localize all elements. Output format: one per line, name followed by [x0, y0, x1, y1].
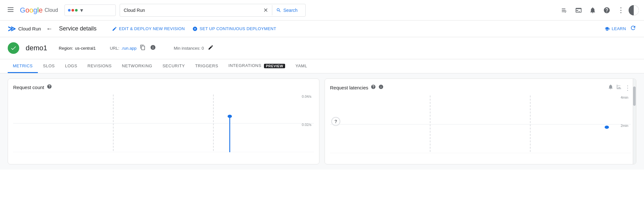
chart-more-button[interactable]: ⋮ — [624, 84, 631, 92]
main-content: Request count 0.04/s 0.02/s — [0, 73, 644, 170]
continuous-deploy-icon — [192, 26, 198, 31]
search-button[interactable]: Search — [272, 5, 301, 15]
request-count-title: Request count — [13, 85, 44, 90]
request-latencies-info-button[interactable] — [378, 84, 384, 91]
breadcrumb-bar: ≫ Cloud Run ← Service details EDIT & DEP… — [0, 21, 644, 37]
y-label-mid: 0.02/s — [302, 123, 311, 127]
edit-notes-button[interactable] — [558, 4, 571, 17]
tab-security[interactable]: SECURITY — [157, 60, 190, 73]
checkmark-icon — [10, 45, 17, 51]
learn-button[interactable]: LEARN — [605, 26, 626, 31]
hamburger-menu-button[interactable] — [5, 5, 16, 15]
scrollbar[interactable] — [633, 79, 636, 164]
edit-pencil-icon — [208, 45, 214, 50]
top-navigation: Google Cloud ▾ ✕ Search — [0, 0, 644, 21]
page-title: Service details — [59, 25, 97, 32]
edit-deploy-button[interactable]: EDIT & DEPLOY NEW REVISION — [112, 26, 185, 31]
tab-triggers-label: TRIGGERS — [195, 63, 218, 68]
tab-triggers[interactable]: TRIGGERS — [190, 60, 223, 73]
terminal-button[interactable] — [572, 4, 585, 17]
tab-revisions[interactable]: REVISIONS — [82, 60, 117, 73]
svg-point-13 — [605, 126, 609, 129]
y-label-top: 0.04/s — [302, 95, 311, 98]
tab-slos[interactable]: SLOS — [38, 60, 60, 73]
copy-url-button[interactable] — [139, 43, 147, 53]
tab-integrations[interactable]: INTEGRATIONS PREVIEW — [223, 59, 290, 73]
logo-cloud-text: Cloud — [45, 7, 58, 13]
edit-icon — [112, 26, 117, 31]
tabs-bar: METRICS SLOS LOGS REVISIONS NETWORKING S… — [0, 59, 644, 73]
dot-blue — [68, 9, 71, 12]
svg-rect-1 — [8, 9, 13, 10]
hamburger-icon — [8, 7, 13, 12]
alert-chart-button[interactable] — [608, 84, 614, 91]
request-latencies-title: Request latencies — [330, 85, 368, 90]
user-avatar[interactable] — [629, 5, 639, 15]
service-url-link[interactable]: .run.app — [121, 46, 137, 51]
search-clear-button[interactable]: ✕ — [262, 5, 269, 15]
latencies-info-icon — [378, 84, 384, 89]
request-count-panel: Request count 0.04/s 0.02/s — [8, 79, 319, 164]
svg-rect-0 — [8, 7, 13, 8]
tab-networking[interactable]: NETWORKING — [117, 60, 157, 73]
breadcrumb-actions: EDIT & DEPLOY NEW REVISION SET UP CONTIN… — [112, 26, 276, 31]
request-latencies-svg — [330, 95, 631, 153]
tab-metrics-label: METRICS — [13, 63, 33, 68]
region-value: us-central1 — [75, 46, 96, 51]
cloud-run-home-link[interactable]: ≫ Cloud Run — [8, 24, 41, 33]
instances-section: Min instances: 0 — [174, 43, 215, 53]
alert-bell-icon — [608, 84, 614, 90]
service-region: Region: us-central1 — [59, 46, 96, 51]
notifications-button[interactable] — [586, 4, 599, 17]
svg-rect-2 — [8, 11, 13, 12]
help-button[interactable] — [600, 4, 613, 17]
scrollbar-thumb — [633, 87, 636, 106]
cloud-run-label: Cloud Run — [18, 26, 41, 31]
logo-g2: g — [33, 6, 37, 14]
learn-icon — [605, 26, 610, 31]
help-icon — [603, 7, 610, 14]
bell-icon — [589, 7, 596, 14]
terminal-icon — [575, 7, 582, 14]
request-latencies-panel: Request latencies — [325, 79, 636, 164]
tab-logs[interactable]: LOGS — [60, 60, 82, 73]
url-info-button[interactable] — [149, 43, 157, 53]
chart-type-icon — [616, 84, 622, 90]
search-input[interactable] — [124, 8, 262, 13]
info-circle-icon — [150, 45, 156, 50]
refresh-icon — [630, 25, 636, 31]
nav-icons: ⋮ — [558, 4, 639, 17]
continuous-deploy-button[interactable]: SET UP CONTINUOUS DEPLOYMENT — [192, 26, 276, 31]
search-button-label: Search — [283, 8, 297, 13]
chart-header-right: ⋮ — [608, 84, 631, 92]
edit-notes-icon — [561, 7, 568, 14]
service-url-section: URL: .run.app — [110, 43, 157, 53]
project-selector[interactable]: ▾ — [64, 4, 116, 16]
more-options-button[interactable]: ⋮ — [614, 4, 627, 17]
request-latencies-help-button[interactable] — [371, 84, 376, 91]
tab-logs-label: LOGS — [65, 63, 77, 68]
latencies-help-icon — [371, 84, 376, 89]
chart-type-button[interactable] — [616, 84, 622, 91]
edit-deploy-label: EDIT & DEPLOY NEW REVISION — [119, 26, 185, 31]
google-cloud-logo[interactable]: Google Cloud — [20, 6, 58, 14]
request-latencies-header: Request latencies — [330, 84, 631, 92]
refresh-button[interactable] — [630, 25, 636, 33]
tab-integrations-label: INTEGRATIONS — [228, 63, 261, 68]
service-name: demo1 — [26, 44, 47, 52]
request-count-svg — [13, 95, 314, 152]
tab-yaml[interactable]: YAML — [290, 60, 312, 73]
request-latencies-chart: 4min 2min — [330, 95, 631, 153]
request-count-help-button[interactable] — [47, 84, 52, 91]
project-dots — [68, 9, 78, 12]
back-button[interactable]: ← — [46, 25, 53, 32]
edit-instances-button[interactable] — [207, 43, 215, 53]
logo-o2: o — [29, 6, 33, 14]
learn-label: LEARN — [612, 26, 626, 31]
tab-metrics[interactable]: METRICS — [8, 60, 38, 73]
logo-g: G — [20, 6, 25, 14]
request-count-header: Request count — [13, 84, 314, 91]
more-options-icon: ⋮ — [617, 6, 624, 14]
search-icon — [276, 8, 281, 13]
copy-icon — [140, 45, 146, 50]
